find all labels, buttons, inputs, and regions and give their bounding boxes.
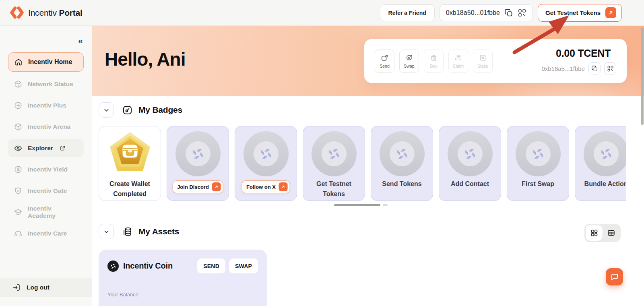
badge-label: Create Wallet Completed [101,179,158,199]
swap-button[interactable]: SWAP [229,258,258,273]
asset-card-incentiv-coin: Incentiv Coin SEND SWAP Your Balance [99,250,267,306]
badge-label: Send Tokens [374,179,430,189]
badge-card-send-tokens[interactable]: Send Tokens [371,126,433,201]
sidebar-item-incentiv-care[interactable]: Incentiv Care [8,225,84,242]
home-icon [14,58,23,66]
badge-card-join-discord[interactable]: Join Discord [167,126,229,201]
buy-action-button[interactable]: Buy [424,50,444,73]
assets-section-header: My Assets [99,224,179,239]
asset-name: Incentiv Coin [123,261,173,271]
eye-icon [14,144,23,153]
headset-icon [14,229,23,238]
wallet-actions: SendSwapBuyClaimStake [375,50,493,73]
sidebar-item-incentiv-plus[interactable]: Incentiv Plus [8,97,84,114]
badges-scrollbar-thumb[interactable] [334,204,380,206]
locked-badge-icon [175,131,221,176]
wallet-address: 0xb18a50...01fbbe [446,9,500,17]
send-button[interactable]: SEND [197,258,225,273]
sidebar-item-incentiv-home[interactable]: Incentiv Home [8,52,84,72]
badges-section-title: My Badges [138,105,182,115]
stake-vault-icon [479,54,487,62]
badges-row: Create Wallet CompletedJoin DiscordFollo… [99,126,626,202]
sidebar-item-incentiv-yield[interactable]: Incentiv Yield [8,161,84,178]
chat-bubble-icon [610,272,619,282]
badge-card-follow-on-x[interactable]: Follow on X [235,126,297,201]
action-label: Send [380,64,390,68]
arrow-up-right-icon [605,7,616,18]
incentiv-pinwheel-icon [191,147,205,161]
sidebar-item-incentiv-gate[interactable]: Incentiv Gate [8,182,84,200]
brand-title: Incentiv Portal [28,8,83,18]
sidebar-nav: Incentiv HomeNetwork StatusIncentiv Plus… [0,52,92,242]
cube-icon [14,122,23,131]
locked-badge-icon [312,131,357,176]
stake-action-button[interactable]: Stake [473,50,493,73]
sidebar-item-network-status[interactable]: Network Status [8,75,84,93]
wallet-address-short: 0xb18a5...1fbbe [541,65,585,72]
badge-card-create-wallet-completed[interactable]: Create Wallet Completed [99,126,161,201]
claim-coins-icon [454,54,462,62]
locked-badge-icon [380,131,425,176]
copy-icon[interactable] [588,62,601,74]
dollar-circle-icon [14,165,23,174]
chevron-down-icon [103,228,110,236]
claim-action-button[interactable]: Claim [448,50,468,73]
incentiv-coin-icon [107,261,119,272]
collapse-assets-button[interactable] [99,224,114,239]
wallet-summary-card: SendSwapBuyClaimStake 0.00 TCENT 0xb18a5… [364,39,627,83]
plus-circle-icon [14,101,23,110]
badge-card-add-contact[interactable]: Add Contact [439,126,501,201]
your-balance-label: Your Balance [107,292,138,298]
sidebar-item-label: Incentiv Gate [28,187,67,194]
badges-scrollbar-dot[interactable] [383,204,388,206]
hero-banner: Hello, Ani SendSwapBuyClaimStake 0.00 TC… [92,26,644,96]
table-icon [607,229,615,237]
shopping-bag-icon [429,54,438,62]
brand[interactable]: Incentiv Portal [10,6,83,19]
top-header: Incentiv Portal Refer a Friend 0xb18a50.… [0,0,644,26]
swap-action-button[interactable]: Swap [399,50,419,73]
send-box-icon [380,54,389,62]
send-action-button[interactable]: Send [375,50,394,73]
logout-button[interactable]: Log out [0,278,92,297]
refer-a-friend-button[interactable]: Refer a Friend [380,4,435,21]
collapse-badges-button[interactable] [99,102,114,118]
vertical-scrollbar-thumb[interactable] [641,27,644,125]
incentiv-pinwheel-icon [259,147,273,161]
grid-view-button[interactable] [586,225,603,241]
chevron-down-icon [103,106,110,114]
badge-card-first-swap[interactable]: First Swap [507,126,569,201]
chat-support-button[interactable] [606,268,623,285]
join-discord-button[interactable]: Join Discord [172,180,223,193]
follow-on-x-button[interactable]: Follow on X [242,180,290,193]
qr-code-icon[interactable] [604,62,616,74]
incentiv-logo-icon [10,6,24,19]
get-testnet-tokens-button[interactable]: Get Testnet Tokens [538,4,622,22]
locked-badge-icon [516,131,561,176]
sidebar-item-incentiv-arena[interactable]: Incentiv Arena [8,118,84,136]
incentiv-pinwheel-icon [463,147,477,161]
badge-card-get-testnet-tokens[interactable]: Get Testnet Tokens [303,126,365,201]
sidebar-item-explorer[interactable]: Explorer [8,139,84,157]
action-label: Stake [477,64,488,68]
qr-code-icon[interactable] [518,8,526,17]
copy-icon[interactable] [504,8,513,17]
wallet-address-pill[interactable]: 0xb18a50...01fbbe [440,4,533,21]
shield-check-icon [14,186,23,195]
sidebar-collapse-button[interactable]: « [78,36,83,45]
incentiv-pinwheel-icon [531,147,545,161]
badge-card-bundle-action[interactable]: Bundle Action [575,126,626,201]
assets-section-title: My Assets [138,227,179,236]
divider [502,47,502,76]
grid-icon [590,229,599,237]
locked-badge-icon [448,131,493,176]
main-content: Hello, Ani SendSwapBuyClaimStake 0.00 TC… [92,26,644,306]
sidebar-item-label: Incentiv Care [28,230,67,237]
table-view-button[interactable] [603,225,619,241]
sidebar-item-label: Incentiv Yield [28,166,68,173]
badge-label: First Swap [510,179,566,189]
graduation-cap-icon [14,208,23,217]
sidebar-item-incentiv-academy[interactable]: Incentiv Academy [8,203,84,221]
sidebar-item-label: Network Status [28,81,73,88]
assets-view-toggle [584,224,621,242]
